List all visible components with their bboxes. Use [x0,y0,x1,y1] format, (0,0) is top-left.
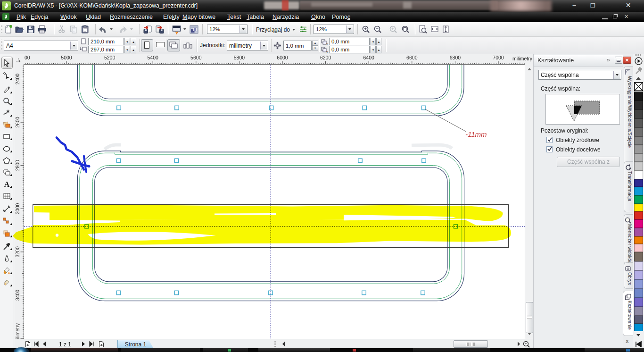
svg-text:5600: 5600 [190,55,202,60]
svg-text:2400: 2400 [15,74,20,85]
svg-text:7000: 7000 [493,55,504,60]
svg-text:6000: 6000 [277,55,288,60]
svg-text:5000: 5000 [61,55,72,60]
svg-text:milimetry: milimetry [15,323,20,339]
svg-text:00: 00 [25,55,30,60]
svg-text:3400: 3400 [15,290,20,301]
svg-text:5400: 5400 [148,55,159,60]
svg-text:x: x [326,42,328,45]
svg-text:6400: 6400 [363,55,375,60]
svg-text:3000: 3000 [15,203,20,214]
svg-text:-11mm: -11mm [465,130,487,138]
svg-text:2600: 2600 [15,117,20,128]
svg-text:6200: 6200 [320,55,331,60]
svg-text:6800: 6800 [450,55,461,60]
svg-text:5200: 5200 [104,55,116,60]
svg-text:A: A [4,180,10,188]
svg-text:6600: 6600 [406,55,418,60]
svg-text:2800: 2800 [15,160,20,171]
svg-text:3200: 3200 [15,246,20,258]
svg-text:y: y [326,50,328,53]
svg-text:5800: 5800 [234,55,245,60]
